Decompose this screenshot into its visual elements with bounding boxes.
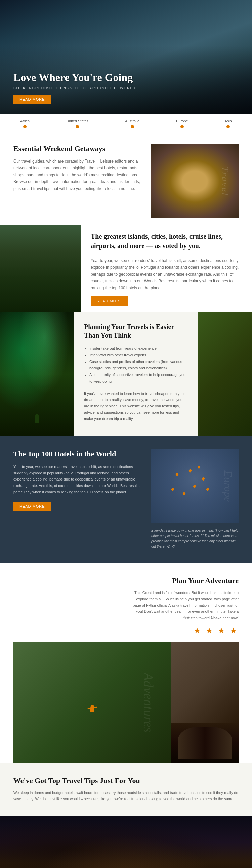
map-pin-5: [193, 484, 196, 488]
train-image-section: [0, 816, 252, 868]
getaways-section: Essential Weekend Getaways Our travel gu…: [0, 131, 252, 218]
getaways-big-quote: The greatest islands, cities, hotels, cr…: [91, 232, 242, 250]
map-pin-3: [197, 465, 201, 469]
europe-map: Europe: [151, 449, 239, 523]
nav-tabs: Africa United States Australia Europe As…: [20, 119, 232, 128]
getaways-read-more-button[interactable]: Read More: [91, 296, 128, 306]
getaways-quote-block: The greatest islands, cities, hotels, cr…: [81, 225, 252, 312]
getaways-description: Essential Weekend Getaways Our travel gu…: [13, 145, 144, 218]
planning-content: Planning Your Travels is Easier Than You…: [74, 312, 198, 436]
planning-title: Planning Your Travels is Easier Than You…: [84, 322, 188, 340]
nav-tab-europe-dot: [180, 125, 184, 128]
nav-tab-asia-label: Asia: [225, 119, 232, 123]
adventure-header: Plan Your Adventure This Great Land is f…: [13, 576, 239, 635]
tips-title: We've Got Top Travel Tips Just For You: [13, 776, 239, 785]
adventure-right-images: [171, 642, 239, 763]
planning-right-image: [198, 312, 252, 436]
nav-tab-unitedstates[interactable]: United States: [66, 119, 88, 128]
hotels-left: The Top 100 Hotels in the World Year to …: [13, 449, 141, 549]
hotels-text: Year to year, we see our readers' travel…: [13, 464, 141, 495]
getaways-title: Essential Weekend Getaways: [13, 145, 144, 153]
getaways-bottom: The greatest islands, cities, hotels, cr…: [0, 225, 252, 312]
tips-section: We've Got Top Travel Tips Just For You W…: [0, 763, 252, 816]
person-silhouette: [35, 414, 39, 424]
hotels-right: Europe Everyday I wake up with one goal …: [151, 449, 239, 549]
getaways-top: Essential Weekend Getaways Our travel gu…: [13, 145, 239, 218]
getaways-right-col: Year to year, we see our readers' travel…: [91, 257, 242, 306]
nav-tab-europe[interactable]: Europe: [176, 119, 188, 128]
adventure-title: Plan Your Adventure: [131, 576, 239, 585]
nav-tab-australia[interactable]: Australia: [125, 119, 139, 128]
nav-tab-unitedstates-dot: [76, 125, 79, 128]
planning-list-item-3: Case studies and profiles of other trave…: [89, 359, 188, 372]
hotels-quote: Everyday I wake up with one goal in mind…: [151, 528, 239, 549]
planning-list-item-1: Insider take-out from years of experienc…: [89, 345, 188, 352]
adventure-images: Adventures: [13, 642, 239, 763]
adventure-text: This Great Land is full of wonders. But …: [131, 590, 239, 621]
nav-tab-africa-dot: [23, 125, 27, 128]
planning-section: Planning Your Travels is Easier Than You…: [0, 312, 252, 436]
map-pin-2: [188, 469, 192, 472]
adventure-section: Plan Your Adventure This Great Land is f…: [0, 563, 252, 763]
adventure-left-bg: [13, 642, 171, 763]
map-pin-8: [206, 487, 209, 491]
nav-tab-asia[interactable]: Asia: [225, 119, 232, 128]
person-arms-up: [87, 705, 97, 709]
planning-text: If you've ever wanted to learn how to tr…: [84, 391, 188, 422]
nav-tabs-wrapper: Africa United States Australia Europe As…: [0, 114, 252, 131]
hero-title: Love Where You're Going: [13, 71, 239, 84]
map-pin-4: [201, 477, 205, 480]
nav-tab-australia-dot: [131, 125, 134, 128]
hotels-title: The Top 100 Hotels in the World: [13, 449, 141, 459]
nav-tab-australia-label: Australia: [125, 119, 139, 123]
nav-tab-unitedstates-label: United States: [66, 119, 88, 123]
adventure-bottom-image: [171, 723, 239, 763]
adventure-left-image: Adventures: [13, 642, 171, 763]
hotels-section: The Top 100 Hotels in the World Year to …: [0, 436, 252, 563]
hero-section: Love Where You're Going Book Incredible …: [0, 0, 252, 114]
hotels-quote-text: Everyday I wake up with one goal in mind…: [151, 529, 238, 548]
planning-list-item-4: A community of supportive travelers to h…: [89, 372, 188, 385]
nav-tab-africa-label: Africa: [20, 119, 30, 123]
tips-text: We sleep in dorms and budget hotels, wai…: [13, 790, 239, 802]
map-pin-1: [175, 472, 179, 476]
adventure-top-image: [171, 642, 239, 723]
getaways-right-text: Year to year, we see our readers' travel…: [91, 257, 242, 291]
getaways-text: Our travel guides, which are curated by …: [13, 158, 144, 192]
nav-tab-asia-dot: [226, 125, 230, 128]
adventure-stars: ★ ★ ★ ★: [131, 626, 239, 635]
hero-cta-button[interactable]: Read More: [13, 95, 51, 104]
nav-tab-africa[interactable]: Africa: [20, 119, 30, 128]
highland-cow-image: Travel: [151, 145, 239, 218]
hero-subtitle: Book Incredible Things to Do Around the …: [13, 86, 239, 90]
map-pin-7: [171, 487, 174, 491]
europe-vertical-label: Europe: [222, 471, 234, 502]
hero-content: Love Where You're Going Book Incredible …: [13, 71, 239, 104]
planning-list-item-2: Interviews with other travel experts: [89, 352, 188, 359]
hotels-read-more-button[interactable]: Read More: [13, 502, 51, 511]
planning-list: Insider take-out from years of experienc…: [84, 345, 188, 385]
travel-vertical-label: Travel: [220, 166, 230, 196]
mountains-image: [0, 225, 81, 312]
map-pin-6: [182, 492, 186, 495]
nav-tab-europe-label: Europe: [176, 119, 188, 123]
adventure-right-content: Plan Your Adventure This Great Land is f…: [131, 576, 239, 635]
aurora-image: [0, 312, 74, 436]
tunnel-bg: [178, 726, 232, 759]
viaduct-image: [0, 816, 252, 868]
